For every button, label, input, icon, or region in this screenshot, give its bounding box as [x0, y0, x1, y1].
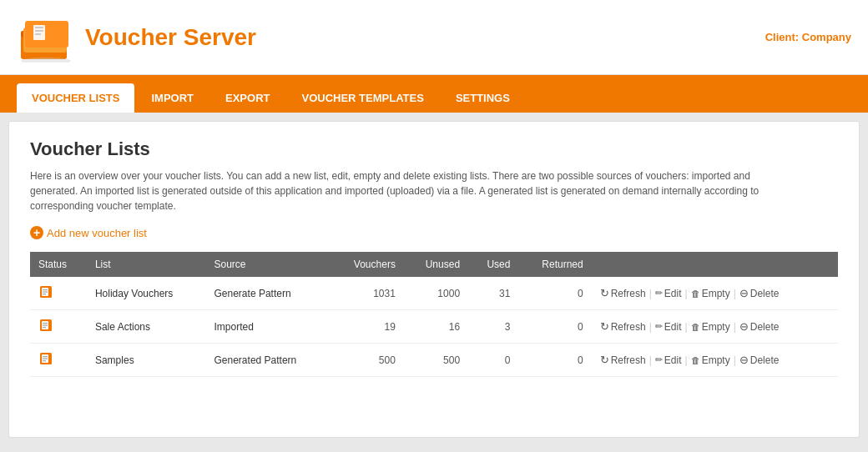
- svg-rect-22: [43, 356, 48, 357]
- navigation: VOUCHER LISTS IMPORT EXPORT VOUCHER TEMP…: [0, 75, 868, 113]
- page-title: Voucher Lists: [30, 138, 838, 160]
- col-actions: [592, 252, 838, 277]
- delete-button[interactable]: ⊖ Delete: [739, 354, 780, 366]
- row-used: 3: [468, 310, 518, 344]
- delete-label: Delete: [750, 288, 780, 299]
- trash-icon: 🗑: [691, 322, 700, 332]
- edit-button[interactable]: ✏ Edit: [655, 288, 682, 299]
- minus-circle-icon: ⊖: [739, 320, 749, 333]
- svg-rect-24: [43, 360, 46, 361]
- svg-rect-12: [43, 289, 48, 290]
- app-title: Voucher Server: [85, 24, 256, 51]
- row-used: 0: [468, 344, 518, 377]
- refresh-icon: ↻: [600, 320, 609, 333]
- col-list: List: [87, 252, 206, 277]
- trash-icon: 🗑: [691, 355, 700, 365]
- logo-area: Voucher Server: [17, 13, 256, 63]
- voucher-list-icon: [38, 350, 55, 367]
- edit-icon: ✏: [655, 321, 663, 332]
- client-info: Client: Company: [765, 31, 851, 43]
- row-vouchers: 1031: [331, 277, 404, 310]
- table-row: Holiday VouchersGenerate Pattern10311000…: [30, 277, 838, 310]
- refresh-label: Refresh: [611, 288, 646, 299]
- refresh-label: Refresh: [611, 354, 646, 366]
- client-value[interactable]: Company: [802, 31, 851, 43]
- edit-label: Edit: [664, 354, 682, 366]
- svg-rect-17: [43, 323, 48, 324]
- empty-button[interactable]: 🗑 Empty: [691, 354, 730, 366]
- row-list-name: Holiday Vouchers: [87, 277, 206, 310]
- svg-rect-13: [43, 292, 48, 293]
- edit-button[interactable]: ✏ Edit: [655, 354, 682, 366]
- add-voucher-list-link[interactable]: + Add new voucher list: [30, 226, 838, 239]
- logo-name: Voucher: [85, 24, 177, 50]
- svg-rect-19: [43, 327, 46, 328]
- col-unused: Unused: [404, 252, 468, 277]
- svg-rect-6: [35, 27, 43, 28]
- edit-label: Edit: [664, 288, 682, 299]
- client-label: Client:: [765, 31, 799, 43]
- row-actions: ↻ Refresh | ✏ Edit | 🗑 Empty | ⊖ Delete: [592, 277, 838, 310]
- edit-label: Edit: [664, 321, 682, 333]
- row-source: Generated Pattern: [206, 344, 331, 377]
- row-returned: 0: [518, 344, 591, 377]
- empty-label: Empty: [702, 354, 730, 366]
- row-list-name: Samples: [87, 344, 206, 377]
- row-source: Imported: [206, 310, 331, 344]
- empty-label: Empty: [702, 321, 730, 333]
- svg-rect-23: [43, 359, 48, 359]
- col-returned: Returned: [518, 252, 591, 277]
- nav-export[interactable]: EXPORT: [210, 83, 285, 113]
- edit-icon: ✏: [655, 354, 663, 365]
- row-source: Generate Pattern: [206, 277, 331, 310]
- empty-button[interactable]: 🗑 Empty: [691, 321, 730, 333]
- minus-circle-icon: ⊖: [739, 287, 749, 299]
- refresh-icon: ↻: [600, 354, 609, 366]
- delete-label: Delete: [750, 321, 780, 333]
- delete-button[interactable]: ⊖ Delete: [739, 320, 780, 333]
- row-returned: 0: [518, 310, 591, 344]
- row-vouchers: 19: [331, 310, 404, 344]
- header: Voucher Server Client: Company: [0, 0, 868, 75]
- empty-button[interactable]: 🗑 Empty: [691, 288, 730, 299]
- nav-settings[interactable]: SETTINGS: [441, 83, 525, 113]
- refresh-button[interactable]: ↻ Refresh: [600, 354, 646, 366]
- col-used: Used: [468, 252, 518, 277]
- nav-import[interactable]: IMPORT: [136, 83, 209, 113]
- row-status: [30, 277, 87, 310]
- refresh-button[interactable]: ↻ Refresh: [600, 287, 646, 299]
- nav-voucher-templates[interactable]: VOUCHER TEMPLATES: [287, 83, 439, 113]
- delete-button[interactable]: ⊖ Delete: [739, 287, 780, 299]
- row-returned: 0: [518, 277, 591, 310]
- svg-rect-4: [25, 21, 68, 48]
- row-used: 31: [468, 277, 518, 310]
- row-unused: 500: [404, 344, 468, 377]
- plus-icon: +: [30, 226, 43, 239]
- table-row: Sale ActionsImported191630 ↻ Refresh | ✏…: [30, 310, 838, 344]
- minus-circle-icon: ⊖: [739, 354, 749, 366]
- row-list-name: Sale Actions: [87, 310, 206, 344]
- voucher-lists-table: Status List Source Vouchers Unused Used …: [30, 252, 838, 377]
- row-vouchers: 500: [331, 344, 404, 377]
- row-status: [30, 344, 87, 377]
- row-status: [30, 310, 87, 344]
- delete-label: Delete: [750, 354, 780, 366]
- nav-voucher-lists[interactable]: VOUCHER LISTS: [17, 83, 134, 113]
- row-actions: ↻ Refresh | ✏ Edit | 🗑 Empty | ⊖ Delete: [592, 344, 838, 377]
- voucher-list-icon: [38, 317, 55, 334]
- refresh-icon: ↻: [600, 287, 609, 299]
- voucher-list-icon: [38, 284, 55, 300]
- col-status: Status: [30, 252, 87, 277]
- empty-label: Empty: [702, 288, 730, 299]
- edit-icon: ✏: [655, 288, 663, 299]
- row-unused: 1000: [404, 277, 468, 310]
- refresh-button[interactable]: ↻ Refresh: [600, 320, 646, 333]
- trash-icon: 🗑: [691, 289, 700, 299]
- edit-button[interactable]: ✏ Edit: [655, 321, 682, 333]
- col-vouchers: Vouchers: [331, 252, 404, 277]
- svg-rect-14: [43, 294, 46, 294]
- footer: Copyright © 2018 Voucher Server English …: [0, 446, 868, 452]
- svg-rect-18: [43, 325, 48, 326]
- logo-highlight: Server: [184, 24, 256, 50]
- svg-rect-7: [35, 30, 43, 32]
